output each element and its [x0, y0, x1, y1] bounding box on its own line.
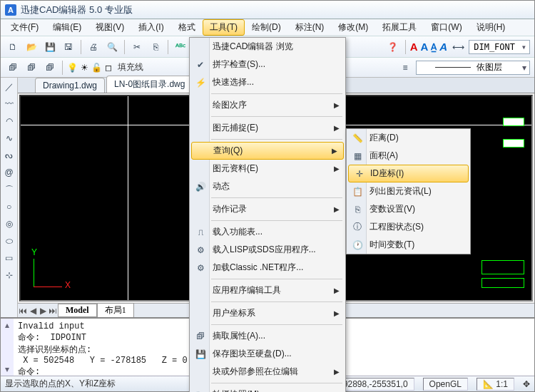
curve-tool-icon[interactable]: ⌒	[3, 183, 16, 196]
circle-tool-icon[interactable]: ○	[3, 200, 16, 213]
arc-tool-icon[interactable]: ◠	[3, 115, 16, 128]
tools-menu-item[interactable]: 动作记录▶	[190, 200, 345, 218]
app-logo: A	[5, 4, 16, 16]
query-menu-item[interactable]: 🕐时间变数(T)	[347, 236, 470, 254]
tools-menu-item[interactable]: 💾保存图块至硬盘(D)...	[190, 345, 345, 363]
layout-nav-last[interactable]: ⏭	[48, 306, 58, 316]
lock-icon[interactable]: 🔓	[91, 63, 102, 73]
menu-modify[interactable]: 修改(M)	[331, 19, 375, 36]
menu-item-label: 动作记录	[213, 203, 247, 215]
tools-menu-item[interactable]: 查询(Q)▶	[191, 142, 344, 160]
cmd-scroll[interactable]: ▴▾	[1, 319, 14, 376]
menu-item-label: 拍摄快照(M)...	[213, 388, 267, 392]
tools-menu-item[interactable]: 绘图次序▶	[190, 96, 345, 114]
query-menu-item[interactable]: 📏距离(D)	[347, 129, 470, 147]
menu-item-label: 应用程序编辑工具	[213, 284, 281, 296]
doc-tab-1[interactable]: Drawing1.dwg	[35, 78, 105, 93]
layout-nav-next[interactable]: ▶	[38, 306, 48, 316]
submenu-arrow-icon: ▶	[334, 205, 340, 213]
bulb-icon[interactable]: 💡	[67, 63, 78, 73]
status-more-icon[interactable]: ✥	[523, 379, 530, 389]
tools-menu-item[interactable]: 用户坐标系▶	[190, 304, 345, 322]
copy-icon[interactable]: ⎘	[148, 39, 163, 55]
menu-item-label: 用户坐标系	[213, 307, 255, 319]
menu-item-label: 图元资料(E)	[213, 163, 258, 175]
text-style-b-icon[interactable]: A	[421, 41, 429, 53]
menu-format[interactable]: 格式	[171, 19, 203, 36]
saveall-icon[interactable]: 🖫	[61, 39, 76, 55]
menu-window[interactable]: 窗口(W)	[424, 19, 469, 36]
status-scale[interactable]: 📐 1:1	[477, 378, 514, 391]
help-icon[interactable]: ❓	[385, 39, 401, 55]
dim-font-dropdown[interactable]: DIM_FONT	[469, 40, 530, 54]
menu-item-label: 保存图块至硬盘(D)...	[213, 348, 292, 360]
freehand-tool-icon[interactable]: ᔓ	[3, 149, 16, 162]
menu-file[interactable]: 文件(F)	[4, 19, 46, 36]
layout-nav-prev[interactable]: ◀	[28, 306, 38, 316]
tools-menu-item[interactable]: 图元捕捉(E)▶	[190, 119, 345, 137]
query-menu-item[interactable]: 📋列出图元资讯(L)	[347, 182, 470, 200]
tools-menu-item[interactable]: ⎍载入功能表...	[190, 223, 345, 241]
tools-menu-item[interactable]: 🔊动态	[190, 177, 345, 195]
rect-tool-icon[interactable]: ▭	[3, 252, 16, 264]
text-style-a-icon[interactable]: A	[410, 41, 418, 53]
text-style-c-icon[interactable]: A̲	[431, 42, 437, 52]
tools-menu-item[interactable]: 图元资料(E)▶	[190, 160, 345, 177]
marker-tool-icon[interactable]: ⊹	[3, 269, 16, 282]
cut-icon[interactable]: ✂	[129, 39, 145, 55]
query-menu-item[interactable]: ⎘变数设置(V)	[347, 200, 470, 218]
menu-view[interactable]: 视图(V)	[88, 19, 131, 36]
line-tool-icon[interactable]: ／	[3, 81, 16, 93]
query-menu-item[interactable]: ⓘ工程图状态(S)	[347, 218, 470, 236]
linetype-icon[interactable]: ≡	[397, 60, 413, 76]
layer-b-icon[interactable]: 🗊	[24, 60, 39, 76]
layout-nav-first[interactable]: ⏮	[18, 306, 28, 316]
menu-item-label: 块或外部参照在位编辑	[213, 366, 298, 378]
layout-tab-model[interactable]: Model	[58, 304, 97, 317]
menu-insert[interactable]: 插入(I)	[131, 19, 170, 36]
menu-extend[interactable]: 拓展工具	[375, 19, 424, 36]
tools-menu-item[interactable]: ⚙加载Classic .NET程序...	[190, 259, 345, 277]
preview-icon[interactable]: 🔍	[104, 39, 120, 55]
dim-icon[interactable]: ⟷	[450, 39, 466, 55]
print-icon[interactable]: 🖨	[86, 39, 101, 55]
spiral-tool-icon[interactable]: @	[3, 166, 16, 179]
layer-c-icon[interactable]: 🗊	[42, 60, 58, 76]
menu-item-icon: 🕐	[351, 240, 364, 250]
open-icon[interactable]: 📂	[24, 39, 39, 55]
menu-help[interactable]: 说明(H)	[469, 19, 513, 36]
spline-tool-icon[interactable]: ∿	[3, 132, 16, 145]
spellcheck-icon[interactable]: ᴬᴮᶜ	[173, 39, 188, 55]
menu-draw[interactable]: 绘制(D)	[245, 19, 288, 36]
menu-item-icon: 📷	[194, 390, 207, 393]
ring-tool-icon[interactable]: ◎	[3, 217, 16, 230]
bylayer-dropdown[interactable]: 依图层	[416, 61, 530, 75]
tools-menu-item[interactable]: 应用程序编辑工具▶	[190, 282, 345, 299]
layer-a-icon[interactable]: 🗊	[5, 60, 21, 76]
text-style-d-icon[interactable]: A	[439, 41, 447, 53]
submenu-arrow-icon: ▶	[334, 368, 340, 376]
polyline-tool-icon[interactable]: 〰	[3, 98, 16, 110]
ellipse-tool-icon[interactable]: ⬭	[3, 234, 16, 247]
menu-edit[interactable]: 编辑(E)	[46, 19, 88, 36]
query-menu-item[interactable]: ▦面积(A)	[347, 147, 470, 165]
tools-menu-item[interactable]: 迅捷CAD编辑器 浏览	[190, 38, 345, 56]
menu-tools[interactable]: 工具(T)	[203, 19, 245, 36]
tools-menu-item[interactable]: ⚡快速选择...	[190, 73, 345, 91]
doc-tab-2[interactable]: LN-0图纸目录.dwg	[106, 76, 193, 93]
tools-menu-item[interactable]: ⚙载入LISP或SDS应用程序...	[190, 241, 345, 259]
sun-icon[interactable]: ☀	[81, 63, 88, 73]
tools-menu-item[interactable]: 块或外部参照在位编辑▶	[190, 363, 345, 381]
layout-tab-1[interactable]: 布局1	[97, 303, 134, 318]
cad-entity	[503, 118, 524, 126]
fill-pattern-label: 填充线	[118, 61, 143, 73]
menu-item-icon: 💾	[194, 349, 207, 359]
tools-menu-item[interactable]: 📷拍摄快照(M)...	[190, 386, 345, 392]
menu-dimension[interactable]: 标注(N)	[288, 19, 332, 36]
save-icon[interactable]: 💾	[42, 39, 58, 55]
new-icon[interactable]: 🗋	[5, 39, 21, 55]
square-icon[interactable]: ◻	[105, 63, 112, 73]
query-menu-item[interactable]: ✛ID座标(I)	[348, 165, 469, 182]
tools-menu-item[interactable]: 🗊摘取属性(A)...	[190, 327, 345, 345]
tools-menu-item[interactable]: ✔拼字检查(S)...	[190, 56, 345, 73]
